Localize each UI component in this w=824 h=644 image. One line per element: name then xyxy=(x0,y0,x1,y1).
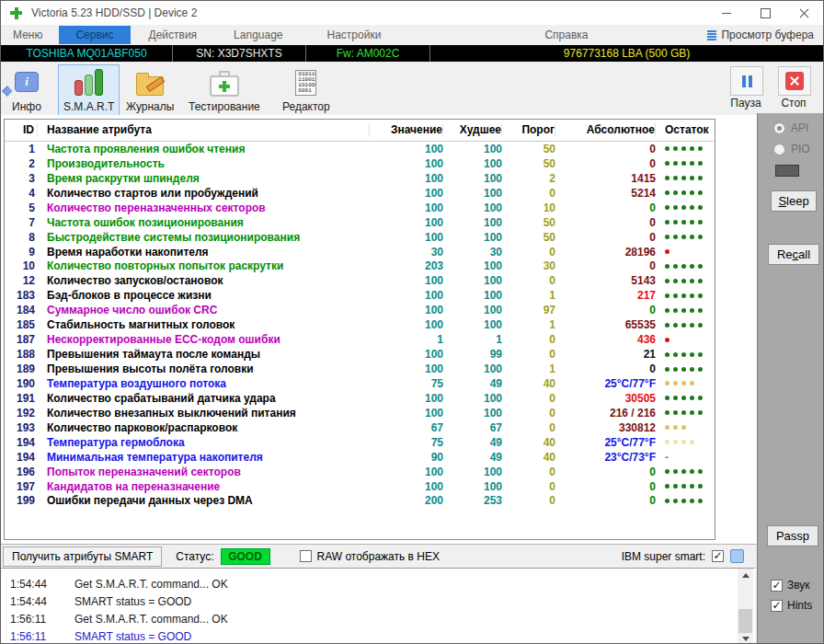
menu-item-settings[interactable]: Настройки xyxy=(318,26,391,44)
absolute-cell: 23°C/73°F xyxy=(555,451,656,464)
table-row[interactable]: 197Кандидатов на переназначение10010000 xyxy=(5,479,715,494)
table-row[interactable]: 4Количество стартов или пробуждений10010… xyxy=(5,186,715,201)
health-dot xyxy=(665,499,670,503)
health-dot xyxy=(681,220,686,224)
table-row[interactable]: 3Время раскрутки шпинделя10010021415 xyxy=(5,171,715,186)
table-row[interactable]: 194Минимальная температура накопителя904… xyxy=(5,450,715,465)
health-dot xyxy=(673,235,678,239)
minimize-button[interactable] xyxy=(707,1,746,25)
menu-item-help[interactable]: Справка xyxy=(535,26,597,44)
pio-radio[interactable] xyxy=(773,144,785,155)
table-row[interactable]: 183Бэд-блоков в процессе жизни1001001217 xyxy=(5,288,715,303)
log-line[interactable]: 1:54:44Get S.M.A.R.T. command... OK xyxy=(1,575,755,592)
table-row[interactable]: 199Ошибки передачи данных через DMA20025… xyxy=(5,494,715,509)
log-line[interactable]: 1:56:11Get S.M.A.R.T. command... OK xyxy=(1,610,755,627)
threshold-cell: 0 xyxy=(502,494,555,507)
table-row[interactable]: 194Температура гермоблока75494025°C/77°F xyxy=(5,435,715,450)
hints-checkbox-label: Hints xyxy=(787,599,812,612)
table-row[interactable]: 187Нескорректированные ECC-кодом ошибки1… xyxy=(5,332,715,347)
attr-name-cell: Кандидатов на переназначение xyxy=(38,480,370,493)
header-health[interactable]: Остаток xyxy=(656,123,715,137)
raw-hex-checkbox[interactable] xyxy=(300,550,312,562)
health-dot xyxy=(673,205,678,210)
sound-checkbox[interactable]: ✓ xyxy=(771,580,783,592)
table-row[interactable]: 196Попыток переназначений секторов100100… xyxy=(5,465,715,479)
table-row[interactable]: 5Количество переназначенных секторов1001… xyxy=(5,201,715,215)
log-line[interactable]: 1:54:44SMART status = GOOD xyxy=(1,592,755,610)
table-row[interactable]: 2Производительность100100500 xyxy=(5,156,715,171)
api-radio[interactable] xyxy=(773,122,785,134)
sleep-button[interactable]: Sleep xyxy=(771,190,817,212)
toolbar-button-editor[interactable]: 0101101100111010000001 Редактор xyxy=(277,64,336,116)
table-row[interactable]: 12Количество запусков/остановок100100051… xyxy=(5,273,715,288)
menu-item-service[interactable]: Сервис xyxy=(59,26,130,44)
table-row[interactable]: 9Время наработки накопителя3030028196 xyxy=(5,245,715,259)
threshold-cell: 0 xyxy=(502,187,555,200)
health-dot xyxy=(665,484,670,489)
header-name[interactable]: Название атрибута xyxy=(38,123,370,137)
pause-button[interactable] xyxy=(730,66,763,96)
close-icon xyxy=(799,8,809,18)
header-value[interactable]: Значение xyxy=(370,123,443,137)
maximize-button[interactable] xyxy=(746,1,784,25)
health-cell xyxy=(656,323,715,328)
table-row[interactable]: 191Количество срабатываний датчика удара… xyxy=(5,391,715,406)
log-line[interactable]: 1:56:11SMART status = GOOD xyxy=(1,627,755,644)
worst-cell: 1 xyxy=(443,333,502,346)
health-cell xyxy=(656,410,715,415)
health-cell xyxy=(656,338,715,342)
log-time: 1:56:11 xyxy=(10,630,58,643)
threshold-cell: 40 xyxy=(502,377,555,390)
value-cell: 75 xyxy=(370,377,443,390)
table-row[interactable]: 190Температура воздушного потока75494025… xyxy=(5,376,715,391)
menu-item-menu[interactable]: Меню xyxy=(4,26,52,44)
scroll-thumb[interactable] xyxy=(738,609,752,633)
first-aid-icon xyxy=(208,67,241,98)
menu-item-language[interactable]: Language xyxy=(224,26,292,44)
ibm-super-smart-checkbox[interactable]: ✓ xyxy=(712,550,724,562)
table-row[interactable]: 7Частота ошибок позиционирования10010050… xyxy=(5,215,715,230)
attr-name-cell: Нескорректированные ECC-кодом ошибки xyxy=(38,333,370,346)
hints-checkbox[interactable]: ✓ xyxy=(771,600,783,612)
header-id[interactable]: ID xyxy=(5,123,38,137)
table-row[interactable]: 189Превышения высоты полёта головки10010… xyxy=(5,362,715,376)
close-button[interactable] xyxy=(784,1,823,25)
table-row[interactable]: 10Количество повторных попыток раскрутки… xyxy=(5,259,715,274)
toolbar-button-testing[interactable]: Тестирование xyxy=(183,64,266,116)
header-threshold[interactable]: Порог xyxy=(502,123,555,137)
threshold-cell: 1 xyxy=(502,318,555,331)
table-row[interactable]: 1Частота проявления ошибок чтения1001005… xyxy=(5,142,715,156)
log-scrollbar[interactable] xyxy=(738,569,753,644)
health-dot xyxy=(665,338,670,342)
scroll-down-button[interactable] xyxy=(738,632,753,644)
log-message: Get S.M.A.R.T. command... OK xyxy=(74,613,228,626)
health-dot xyxy=(690,161,694,166)
absolute-cell: 0 xyxy=(555,362,656,375)
table-row[interactable]: 188Превышения таймаута после команды1009… xyxy=(5,347,715,362)
table-row[interactable]: 184Суммарное число ошибок CRC100100970 xyxy=(5,303,715,317)
absolute-cell: 0 xyxy=(555,216,656,229)
header-absolute[interactable]: Абсолютное xyxy=(555,123,656,137)
absolute-cell: 25°C/77°F xyxy=(555,436,656,449)
toolbar-button-logs[interactable]: Журналы xyxy=(120,64,179,116)
toolbar-button-info[interactable]: i Инфо xyxy=(5,64,49,116)
table-row[interactable]: 192Количество внезапных выключений питан… xyxy=(5,406,715,420)
scroll-up-button[interactable] xyxy=(738,569,753,581)
health-dot xyxy=(681,293,686,298)
passp-button[interactable]: Passp xyxy=(767,525,818,546)
sound-checkbox-label: Звук xyxy=(787,579,810,592)
get-smart-attributes-button[interactable]: Получить атрибуты SMART xyxy=(3,546,162,567)
absolute-cell: 0 xyxy=(555,304,656,316)
health-dot xyxy=(698,205,703,210)
header-worst[interactable]: Худшее xyxy=(443,123,502,137)
table-row[interactable]: 185Стабильность магнитных головок1001001… xyxy=(5,317,715,332)
table-row[interactable]: 8Быстродействие системы позиционирования… xyxy=(5,230,715,245)
attr-id-cell: 191 xyxy=(5,392,38,405)
recall-button[interactable]: Recall xyxy=(768,244,819,265)
ibm-smart-indicator[interactable] xyxy=(730,549,744,563)
buffer-view-button[interactable]: Просмотр буфера xyxy=(707,29,814,41)
menu-item-actions[interactable]: Действия xyxy=(140,26,207,44)
toolbar-button-smart[interactable]: S.M.A.R.T xyxy=(58,64,120,116)
table-row[interactable]: 193Количество парковок/распарковок676703… xyxy=(5,420,715,435)
stop-button[interactable] xyxy=(778,66,811,96)
